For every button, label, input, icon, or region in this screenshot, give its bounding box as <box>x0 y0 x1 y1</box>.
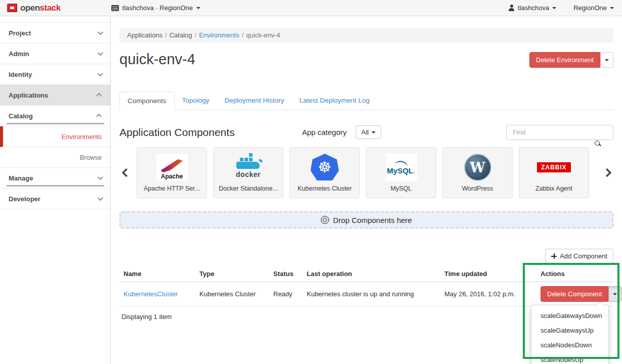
breadcrumb-current: quick-env-4 <box>246 31 280 39</box>
col-header-name: Name <box>119 266 195 282</box>
section-title: Application Components <box>119 126 235 139</box>
sidebar-item-admin[interactable]: Admin <box>0 43 110 64</box>
components-carousel: Apache Apache HTTP Ser... docker Docker … <box>119 147 613 198</box>
component-card-apache[interactable]: Apache Apache HTTP Ser... <box>137 147 207 198</box>
table-header-row: Name Type Status Last operation Time upd… <box>119 266 613 282</box>
component-name-link[interactable]: KubernetesCluster <box>123 290 178 298</box>
topbar-right: tlashchova RegionOne <box>508 4 622 12</box>
tab-topology[interactable]: Topology <box>175 92 217 110</box>
mysql-logo-icon: MySQL. <box>386 153 417 181</box>
add-component-label: Add Component <box>560 252 607 260</box>
page-title: quick-env-4 <box>119 51 195 68</box>
sidebar-item-label: Environments <box>62 133 102 141</box>
sidebar-item-identity[interactable]: Identity <box>0 64 110 85</box>
caret-down-icon <box>552 7 556 9</box>
menu-item-scale-gateways-down[interactable]: scaleGatewaysDown <box>531 308 608 323</box>
delete-environment-dropdown-toggle[interactable] <box>600 52 613 68</box>
project-list-icon <box>111 5 119 11</box>
sidebar-item-developer[interactable]: Developer <box>0 189 110 209</box>
chevron-down-icon <box>98 195 103 201</box>
breadcrumb: Applications/Catalog/Environments/quick-… <box>119 28 613 42</box>
carousel-next-button[interactable] <box>600 147 613 198</box>
sidebar-item-catalog[interactable]: Catalog <box>0 106 110 126</box>
app-category-label: App category <box>302 128 347 136</box>
search-icon[interactable] <box>594 140 601 147</box>
delete-component-button[interactable]: Delete Component <box>541 286 608 302</box>
component-status: Ready <box>269 282 303 306</box>
delete-environment-button[interactable]: Delete Environment <box>529 52 600 68</box>
table-row: KubernetesCluster Kubernetes Cluster Rea… <box>119 282 613 306</box>
caret-down-icon <box>605 59 609 61</box>
openstack-logo[interactable]: openstack <box>0 3 61 13</box>
menu-item-scale-gateways-up[interactable]: scaleGatewaysUp <box>531 323 608 338</box>
zabbix-logo-icon: ZABBIX <box>537 153 571 181</box>
top-navbar: openstack tlashchova · RegionOne tlashch… <box>0 0 622 16</box>
sidebar-item-project[interactable]: Project <box>0 23 110 43</box>
region-menu-label: RegionOne <box>573 4 607 12</box>
find-input[interactable] <box>506 125 613 140</box>
component-card-docker[interactable]: docker Docker Standalone... <box>213 147 283 198</box>
component-actions: Delete Component scaleGatewaysDown scale… <box>541 286 609 302</box>
tab-latest-deployment-log[interactable]: Latest Deployment Log <box>292 92 377 110</box>
component-card-wordpress[interactable]: W WordPress <box>442 147 513 198</box>
drop-zone-label: Drop Components here <box>333 216 412 224</box>
component-actions-dropdown-toggle[interactable] <box>608 286 621 302</box>
card-label: MySQL <box>391 185 412 192</box>
tab-deployment-history[interactable]: Deployment History <box>217 92 292 110</box>
chevron-up-icon <box>96 114 102 119</box>
tab-bar: Components Topology Deployment History L… <box>119 92 613 110</box>
component-card-kubernetes[interactable]: ☸ Kubernetes Cluster <box>289 147 360 198</box>
tab-components[interactable]: Components <box>119 92 175 110</box>
region-menu[interactable]: RegionOne <box>573 4 614 12</box>
main-content: Applications/Catalog/Environments/quick-… <box>111 16 622 364</box>
wordpress-logo-icon: W <box>464 153 491 181</box>
carousel-prev-button[interactable] <box>119 147 133 198</box>
plus-icon <box>551 253 557 259</box>
col-header-actions: Actions <box>536 266 613 282</box>
col-header-status: Status <box>269 266 303 282</box>
sidebar-item-label: Browse <box>80 154 102 161</box>
component-card-mysql[interactable]: MySQL. MySQL <box>366 147 436 198</box>
menu-item-scale-nodes-down[interactable]: scaleNodesDown <box>531 338 608 352</box>
sidebar-item-manage[interactable]: Manage <box>0 168 110 189</box>
app-category-value: All <box>361 128 368 136</box>
user-menu-label: tlashchova <box>518 4 549 12</box>
component-actions-menu: scaleGatewaysDown scaleGatewaysUp scaleN… <box>531 305 609 364</box>
sidebar-item-environments[interactable]: Environments <box>0 126 110 147</box>
sidebar: Project Admin Identity Applications Cata… <box>0 16 111 364</box>
component-card-zabbix[interactable]: ZABBIX Zabbix Agent <box>519 147 589 198</box>
docker-logo-icon: docker <box>236 153 261 181</box>
target-icon <box>321 216 329 224</box>
chevron-down-icon <box>98 174 103 180</box>
project-region-label: tlashchova · RegionOne <box>122 4 193 12</box>
add-component-button[interactable]: Add Component <box>545 249 613 263</box>
menu-item-scale-nodes-up[interactable]: scaleNodesUp <box>531 352 608 364</box>
menu-pointer <box>597 302 604 305</box>
page-header: quick-env-4 Delete Environment <box>119 51 613 68</box>
drop-components-zone[interactable]: Drop Components here <box>119 211 613 229</box>
sidebar-item-label: Identity <box>9 71 32 78</box>
chevron-up-icon <box>96 93 102 99</box>
card-label: Docker Standalone... <box>219 185 278 192</box>
openstack-cube-icon <box>7 4 17 12</box>
user-menu[interactable]: tlashchova <box>508 4 556 12</box>
carousel-cards: Apache Apache HTTP Ser... docker Docker … <box>137 147 596 198</box>
card-label: Zabbix Agent <box>535 185 572 192</box>
chevron-right-icon <box>602 168 611 177</box>
chevron-down-icon <box>98 50 103 56</box>
project-region-switcher[interactable]: tlashchova · RegionOne <box>111 4 200 12</box>
app-category-dropdown[interactable]: All <box>356 125 381 139</box>
add-component-row: Add Component <box>119 249 613 263</box>
sidebar-top-strip <box>0 16 110 23</box>
sidebar-item-label: Admin <box>9 50 29 58</box>
sidebar-item-label: Catalog <box>9 112 33 120</box>
breadcrumb-environments-link[interactable]: Environments <box>199 31 239 39</box>
sidebar-item-browse[interactable]: Browse <box>0 147 110 168</box>
sidebar-item-label: Applications <box>9 92 48 99</box>
user-icon <box>508 5 515 11</box>
component-last-operation: Kubernetes cluster is up and running <box>303 282 440 306</box>
col-header-type: Type <box>195 266 269 282</box>
caret-down-icon <box>196 7 200 9</box>
col-header-time-updated: Time updated <box>440 266 536 282</box>
sidebar-item-applications[interactable]: Applications <box>0 85 110 106</box>
